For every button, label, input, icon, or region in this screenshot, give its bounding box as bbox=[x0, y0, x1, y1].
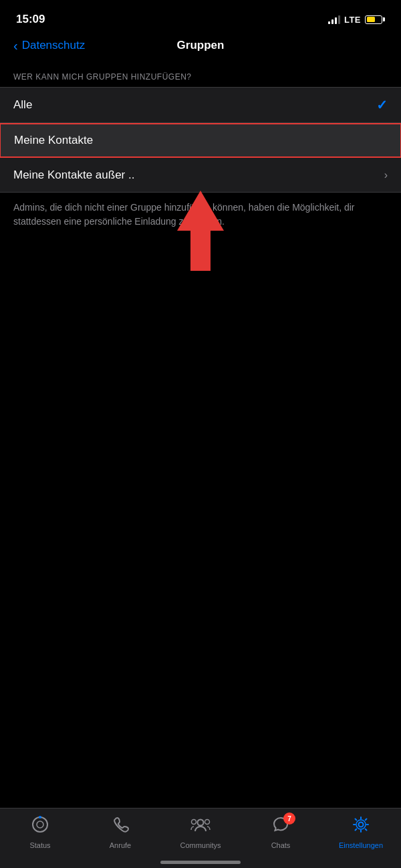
tab-bar: Status Anrufe Communitys bbox=[0, 808, 401, 868]
tab-chats[interactable]: 7 Chats bbox=[254, 815, 307, 849]
list-container: Alle ✓ Meine Kontakte Meine Kontakte auß… bbox=[0, 87, 401, 193]
tab-einstellungen[interactable]: Einstellungen bbox=[334, 815, 388, 849]
list-item-label-meine-kontakte: Meine Kontakte bbox=[14, 134, 93, 147]
description-text: Admins, die dich nicht einer Gruppe hinz… bbox=[0, 193, 401, 242]
status-tab-icon bbox=[31, 815, 49, 839]
tab-communitys[interactable]: Communitys bbox=[174, 815, 227, 849]
chevron-right-icon: › bbox=[384, 169, 388, 181]
svg-point-3 bbox=[39, 816, 41, 819]
status-time: 15:09 bbox=[16, 13, 45, 26]
svg-point-2 bbox=[37, 821, 43, 828]
svg-point-7 bbox=[359, 823, 364, 827]
home-indicator bbox=[160, 861, 241, 864]
section-header: WER KANN MICH GRUPPEN HINZUFÜGEN? bbox=[0, 60, 401, 87]
status-tab-label: Status bbox=[29, 841, 50, 849]
list-item-meine-kontakte[interactable]: Meine Kontakte bbox=[0, 123, 401, 158]
back-chevron-icon: ‹ bbox=[13, 38, 18, 53]
nav-header: ‹ Datenschutz Gruppen bbox=[0, 33, 401, 60]
list-item-meine-kontakte-ausser[interactable]: Meine Kontakte außer .. › bbox=[0, 158, 401, 193]
back-button[interactable]: ‹ Datenschutz bbox=[13, 38, 85, 53]
main-content: WER KANN MICH GRUPPEN HINZUFÜGEN? Alle ✓… bbox=[0, 60, 401, 309]
status-icons: LTE bbox=[328, 15, 385, 25]
page-title: Gruppen bbox=[177, 39, 225, 52]
lte-label: LTE bbox=[344, 15, 361, 25]
community-tab-icon bbox=[190, 815, 211, 839]
chat-tab-icon: 7 bbox=[271, 815, 290, 839]
svg-point-6 bbox=[205, 820, 210, 825]
tab-anrufe[interactable]: Anrufe bbox=[94, 815, 147, 849]
tab-status[interactable]: Status bbox=[13, 815, 67, 849]
einstellungen-tab-label: Einstellungen bbox=[339, 841, 383, 849]
svg-point-4 bbox=[198, 820, 204, 826]
list-item-label-meine-kontakte-ausser: Meine Kontakte außer .. bbox=[13, 169, 134, 182]
list-item-label-alle: Alle bbox=[13, 98, 32, 112]
anrufe-tab-label: Anrufe bbox=[110, 841, 131, 849]
back-label: Datenschutz bbox=[22, 39, 86, 52]
status-bar: 15:09 LTE bbox=[0, 0, 401, 33]
battery-icon bbox=[365, 15, 385, 24]
signal-icon bbox=[328, 15, 340, 24]
chats-badge: 7 bbox=[283, 812, 295, 825]
settings-tab-icon bbox=[352, 815, 370, 839]
phone-tab-icon bbox=[111, 815, 130, 839]
list-item-alle[interactable]: Alle ✓ bbox=[0, 87, 401, 123]
svg-point-1 bbox=[33, 817, 47, 832]
communitys-tab-label: Communitys bbox=[180, 841, 221, 849]
svg-point-8 bbox=[356, 820, 366, 829]
chats-tab-label: Chats bbox=[271, 841, 291, 849]
svg-point-5 bbox=[192, 820, 196, 825]
checkmark-icon: ✓ bbox=[376, 97, 388, 113]
